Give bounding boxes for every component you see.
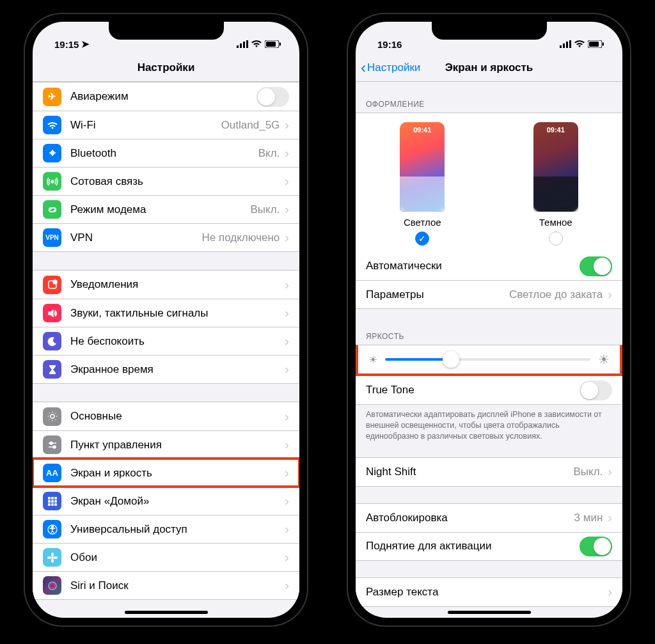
- page-title: Настройки: [138, 61, 195, 74]
- raise-toggle[interactable]: [580, 537, 612, 556]
- svg-rect-38: [589, 42, 599, 47]
- svg-point-25: [51, 526, 53, 528]
- row-wallpaper[interactable]: Обои ›: [33, 543, 299, 571]
- svg-rect-2: [243, 42, 245, 48]
- airplane-toggle[interactable]: [256, 87, 289, 107]
- row-home-screen[interactable]: Экран «Домой» ›: [33, 487, 299, 515]
- svg-point-26: [51, 556, 54, 559]
- row-autolock[interactable]: Автоблокировка 3 мин ›: [356, 504, 622, 532]
- flower-icon: [43, 548, 61, 567]
- theme-option-light[interactable]: 09:41 Светлое ✓: [384, 122, 461, 246]
- radio-light[interactable]: ✓: [415, 232, 429, 246]
- row-vpn[interactable]: VPN VPN Не подключено ›: [33, 223, 299, 251]
- svg-point-30: [54, 556, 58, 559]
- radio-dark[interactable]: [549, 232, 563, 246]
- back-button[interactable]: ‹ Настройки: [361, 59, 420, 77]
- row-display-brightness[interactable]: AA Экран и яркость ›: [33, 459, 299, 487]
- svg-rect-16: [51, 497, 54, 499]
- row-appearance-params[interactable]: Параметры Светлое до заката ›: [356, 280, 622, 308]
- cellular-icon: [43, 172, 61, 191]
- sun-small-icon: ☀︎: [368, 354, 377, 366]
- row-nightshift[interactable]: Night Shift Выкл. ›: [356, 458, 622, 486]
- row-label: True Tone: [366, 384, 580, 397]
- row-sounds[interactable]: Звуки, тактильные сигналы ›: [33, 299, 299, 327]
- chevron-right-icon: ›: [285, 362, 289, 377]
- battery-icon: [265, 39, 281, 50]
- nightshift-rows: Night Shift Выкл. ›: [356, 457, 622, 487]
- row-value: Не подключено: [202, 232, 280, 244]
- row-airplane[interactable]: ✈ Авиарежим: [33, 82, 299, 111]
- screen-display: 19:16 ‹ Настройки Экран и яркость: [356, 22, 622, 618]
- auto-toggle[interactable]: [580, 256, 612, 276]
- row-label: Уведомления: [70, 278, 285, 291]
- row-bluetooth[interactable]: ⌖ Bluetooth Вкл. ›: [33, 139, 299, 167]
- home-indicator[interactable]: [125, 611, 208, 614]
- brightness-slider-row[interactable]: ☀︎ ☀︎: [358, 345, 620, 373]
- theme-thumb-dark: 09:41: [533, 122, 578, 212]
- gear-icon: [43, 407, 61, 426]
- row-wifi[interactable]: Wi-Fi Outland_5G ›: [33, 111, 299, 139]
- display-content[interactable]: ОФОРМЛЕНИЕ 09:41 Светлое ✓ 09:41 Темное: [356, 82, 622, 607]
- svg-point-12: [50, 442, 52, 444]
- svg-rect-33: [560, 45, 562, 48]
- theme-label-dark: Темное: [517, 217, 594, 228]
- moon-icon: [43, 332, 61, 350]
- appearance-header: ОФОРМЛЕНИЕ: [356, 96, 622, 113]
- chevron-right-icon: ›: [608, 464, 612, 479]
- aa-icon: AA: [43, 464, 61, 482]
- row-hotspot[interactable]: Режим модема Выкл. ›: [33, 195, 299, 223]
- row-label: Сотовая связь: [70, 175, 285, 188]
- vpn-icon: VPN: [43, 228, 61, 247]
- row-screentime[interactable]: Экранное время ›: [33, 355, 299, 383]
- row-label: Основные: [70, 410, 285, 423]
- screen-settings: 19:15 ➤ Настройки ✈: [33, 22, 299, 618]
- row-label: Универсальный доступ: [70, 523, 285, 536]
- row-truetone[interactable]: True Tone: [356, 376, 622, 404]
- truetone-toggle[interactable]: [580, 381, 612, 400]
- svg-point-14: [53, 446, 56, 448]
- row-dnd[interactable]: Не беспокоить ›: [33, 327, 299, 355]
- sounds-icon: [43, 304, 61, 322]
- svg-rect-39: [603, 43, 604, 46]
- battery-icon: [588, 39, 604, 50]
- truetone-rows: True Tone: [356, 376, 622, 405]
- row-siri[interactable]: Siri и Поиск ›: [33, 571, 299, 599]
- home-indicator[interactable]: [448, 611, 531, 614]
- appearance-rows: Автоматически Параметры Светлое до закат…: [356, 252, 622, 309]
- notifications-icon: [43, 276, 61, 294]
- row-value: Вкл.: [258, 147, 280, 160]
- row-general[interactable]: Основные ›: [33, 402, 299, 430]
- row-control-center[interactable]: Пункт управления ›: [33, 430, 299, 459]
- hourglass-icon: [43, 360, 61, 379]
- row-accessibility[interactable]: Универсальный доступ ›: [33, 515, 299, 543]
- row-cellular[interactable]: Сотовая связь ›: [33, 167, 299, 195]
- nav-header: ‹ Настройки Экран и яркость: [356, 54, 622, 82]
- settings-content[interactable]: ✈ Авиарежим Wi-Fi Outland_5G › ⌖ Bluetoo…: [33, 82, 299, 600]
- row-value: Выкл.: [250, 203, 280, 216]
- bluetooth-icon: ⌖: [43, 144, 61, 162]
- chevron-left-icon: ‹: [361, 59, 366, 77]
- sun-large-icon: ☀︎: [598, 352, 610, 367]
- row-auto-appearance[interactable]: Автоматически: [356, 252, 622, 280]
- svg-rect-1: [240, 43, 242, 48]
- theme-option-dark[interactable]: 09:41 Темное: [517, 122, 594, 246]
- siri-icon: [43, 576, 61, 595]
- svg-rect-18: [48, 500, 51, 503]
- row-raise-to-wake[interactable]: Поднятие для активации: [356, 532, 622, 560]
- brightness-header: ЯРКОСТЬ: [356, 328, 622, 345]
- row-label: Авиарежим: [70, 90, 256, 103]
- thumb-clock: 09:41: [400, 126, 445, 134]
- chevron-right-icon: ›: [285, 334, 289, 349]
- sliders-icon: [43, 436, 61, 454]
- row-label: Параметры: [366, 288, 509, 301]
- row-text-size[interactable]: Размер текста ›: [356, 578, 622, 606]
- brightness-slider[interactable]: [385, 358, 590, 361]
- row-label: Экранное время: [70, 363, 285, 376]
- row-label: Не беспокоить: [70, 335, 285, 348]
- row-label: Автоблокировка: [366, 512, 574, 524]
- svg-rect-3: [246, 40, 248, 48]
- back-label: Настройки: [367, 61, 420, 74]
- row-notifications[interactable]: Уведомления ›: [33, 271, 299, 299]
- slider-knob[interactable]: [443, 351, 459, 368]
- chevron-right-icon: ›: [285, 494, 289, 508]
